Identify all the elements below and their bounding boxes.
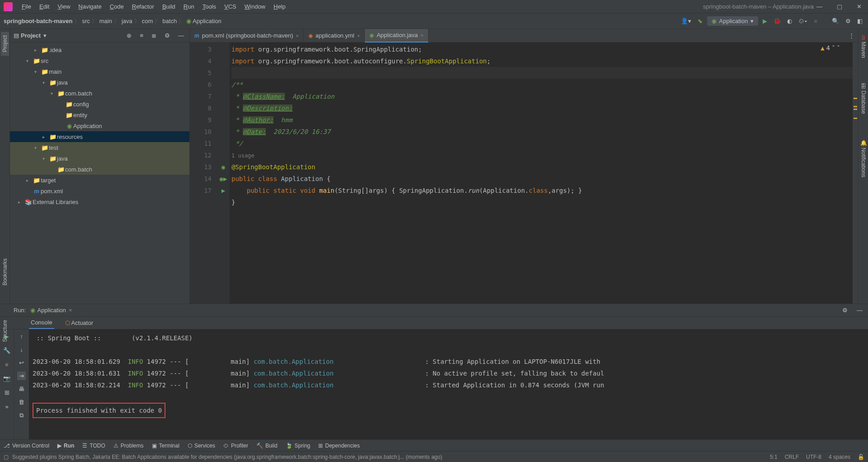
editor-tab[interactable]: ◉application.yml× [304,29,365,43]
compare-icon[interactable]: ⧉ [18,411,25,420]
coverage-button[interactable]: ◐ [785,17,794,25]
up-icon[interactable]: ↑ [18,332,25,341]
side-tab-bookmarks[interactable]: Bookmarks [1,255,9,289]
actuator-tab[interactable]: ⬡ Actuator [63,317,95,329]
tree-item[interactable]: ▾📁main [10,66,189,77]
menu-file[interactable]: File [18,1,35,12]
close-button[interactable]: ✕ [854,1,864,12]
user-icon[interactable]: 👤▾ [679,17,693,25]
console-tab[interactable]: Console [29,317,54,329]
tool-window-icon[interactable]: ▢ [4,454,9,460]
close-icon[interactable]: × [296,33,298,38]
tree-item[interactable]: ▾📁java [10,153,189,164]
layout-icon[interactable]: ⊞ [3,388,11,397]
tree-item[interactable]: ▸📁target [10,175,189,186]
collapse-icon[interactable]: ≣ [150,31,158,40]
down-icon[interactable]: ↓ [18,345,25,354]
menu-vcs[interactable]: VCS [221,1,240,12]
bottom-tab-version-control[interactable]: ⎇Version Control [4,443,49,449]
tree-item[interactable]: mpom.xml [10,186,189,196]
side-tab-structure[interactable]: Structure [1,316,9,346]
breadcrumb-item[interactable]: src [82,18,90,24]
menu-navigate[interactable]: Navigate [75,1,105,12]
chevron-up-icon[interactable]: ˄ [832,44,835,52]
camera-icon[interactable]: 📷 [1,374,12,383]
debug-button[interactable]: 🐞 [772,17,783,25]
tree-item[interactable]: 📁entity [10,110,189,120]
caret-position[interactable]: 5:1 [770,454,778,460]
run-config-select[interactable]: ◉ Application ▾ [707,16,759,26]
stop-button[interactable]: ■ [812,17,819,25]
locate-icon[interactable]: ⊕ [125,31,133,40]
breadcrumb-item[interactable]: com [142,18,153,24]
menu-refactor[interactable]: Refactor [128,1,158,12]
chevron-down-icon[interactable]: ▾ [43,32,47,39]
tree-item[interactable]: ▸📚External Libraries [10,196,189,207]
trash-icon[interactable]: 🗑 [17,398,26,406]
breadcrumb-item[interactable]: springboot-batch-maven [4,18,72,24]
editor-tab-menu[interactable]: ⋮ [849,32,858,39]
close-icon[interactable]: × [420,33,423,38]
tree-item[interactable]: ▾📁java [10,77,189,88]
bottom-tab-problems[interactable]: ⚠Problems [113,443,144,449]
run-button[interactable]: ▶ [761,17,769,25]
breadcrumb-item[interactable]: java [122,18,132,24]
project-tree[interactable]: ▸📁.idea▾📁src▾📁main▾📁java▾📁com.batch📁conf… [10,43,189,304]
print-icon[interactable]: 🖶 [17,385,26,393]
menu-tools[interactable]: Tools [199,1,220,12]
profile-button[interactable]: ⏲▾ [797,17,809,25]
scroll-icon[interactable]: ⇥ [17,372,26,380]
close-icon[interactable]: × [357,33,360,38]
tree-item[interactable]: ◉Application [10,120,189,131]
build-hammer-icon[interactable]: ⬊ [696,17,704,25]
bottom-tab-terminal[interactable]: ▣Terminal [152,443,179,449]
tree-item[interactable]: ▾📁com.batch [10,88,189,99]
more-icon[interactable]: » [3,402,10,411]
breadcrumb-item[interactable]: batch [162,18,177,24]
close-tab-icon[interactable]: × [69,307,72,314]
breadcrumb-item[interactable]: main [99,18,112,24]
stop-icon[interactable]: ■ [3,360,10,369]
side-tab-database[interactable]: 🗄 Database [859,80,868,118]
side-tab-maven[interactable]: m Maven [859,32,868,62]
bottom-tab-run[interactable]: ▶Run [57,443,74,449]
editor-tab[interactable]: ◉Application.java× [365,29,429,43]
bottom-tab-build[interactable]: 🔨Build [256,443,278,449]
bottom-tab-spring[interactable]: 🍃Spring [286,443,311,449]
menu-build[interactable]: Build [159,1,179,12]
gear-icon[interactable]: ⚙ [840,306,849,314]
menu-window[interactable]: Window [241,1,269,12]
code-content[interactable]: import org.springframework.boot.SpringAp… [230,43,858,304]
minimize-button[interactable]: — [814,1,825,12]
inspection-badge[interactable]: ▲ 4 ˄ ˅ [821,44,840,52]
search-icon[interactable]: 🔍 [830,17,841,25]
side-tab-project[interactable]: Project [1,32,9,56]
wrap-icon[interactable]: ↩ [17,358,26,367]
hide-icon[interactable]: — [176,31,186,40]
bottom-tab-services[interactable]: ⬡Services [188,443,215,449]
gutter-icons[interactable]: ◉◉▶▶ [217,43,230,304]
chevron-down-icon[interactable]: ˅ [837,44,840,52]
encoding[interactable]: UTF-8 [806,454,821,460]
line-separator[interactable]: CRLF [785,454,799,460]
bottom-tab-profiler[interactable]: ⏲Profiler [223,443,248,449]
console-output[interactable]: :: Spring Boot :: (v2.1.4.RELEASE) 2023-… [29,329,868,439]
menu-code[interactable]: Code [106,1,127,12]
code-area[interactable]: 3456789101112131417 ◉◉▶▶ import org.spri… [190,43,858,304]
indent[interactable]: 4 spaces [829,454,850,460]
tree-item[interactable]: ▾📁src [10,55,189,66]
readonly-icon[interactable]: 🔓 [858,454,864,460]
bottom-tab-dependencies[interactable]: ⊞Dependencies [318,443,360,449]
tree-item[interactable]: ▾📁test [10,142,189,153]
menu-view[interactable]: View [54,1,74,12]
settings-icon[interactable]: ⚙ [163,31,172,40]
menu-help[interactable]: Help [270,1,289,12]
tree-item[interactable]: ▸📁.idea [10,44,189,55]
error-stripe[interactable] [853,43,858,304]
settings-icon[interactable]: ⚙ [844,17,853,25]
tree-item[interactable]: ▸📁resources [10,131,189,142]
tree-item[interactable]: 📁config [10,99,189,110]
menu-run[interactable]: Run [180,1,198,12]
editor-tab[interactable]: mpom.xml (springboot-batch-maven)× [190,29,304,43]
wrench-icon[interactable]: 🔧 [1,346,12,355]
